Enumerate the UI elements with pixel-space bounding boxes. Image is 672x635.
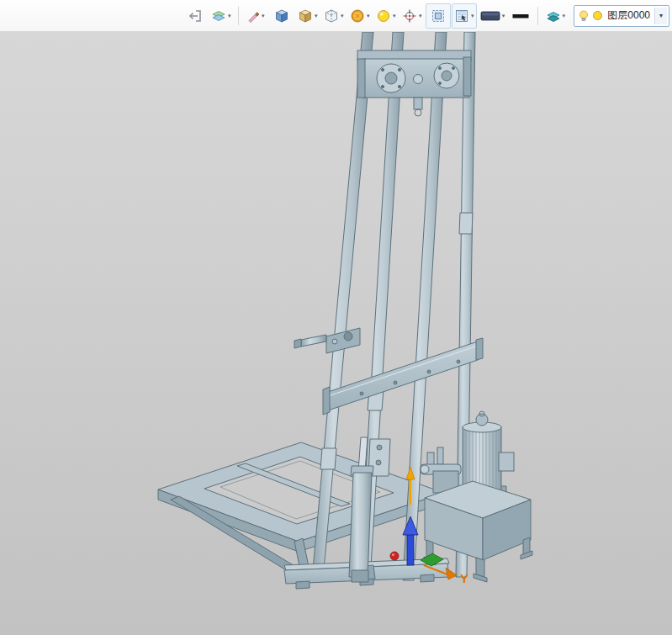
- exit-button[interactable]: [183, 3, 208, 29]
- toolbar-icon-group: ▾ ▾ ▾: [183, 3, 669, 29]
- hook-bracket: [414, 98, 422, 109]
- toolbar-separator: [537, 7, 538, 25]
- exit-icon: [188, 8, 203, 24]
- dropdown-arrow[interactable]: ▾: [314, 13, 318, 19]
- valve-manifold: [421, 447, 461, 493]
- dropdown-arrow[interactable]: ▾: [501, 13, 505, 19]
- yellow-sphere-icon: [376, 8, 391, 24]
- line-width-button[interactable]: [508, 3, 533, 29]
- main-toolbar: ▾ ▾ ▾: [0, 0, 672, 32]
- dropdown-arrow[interactable]: ▾: [366, 13, 370, 19]
- layer-combo[interactable]: 图层0000 ▾: [574, 5, 669, 27]
- faceted-sphere-button[interactable]: ▾: [347, 3, 373, 29]
- wireframe-cube-icon: [324, 8, 339, 24]
- target-point-icon: [402, 8, 417, 24]
- selection-filter-icon: [431, 8, 446, 24]
- motor-junction-box: [499, 452, 514, 471]
- column-coupling: [459, 213, 473, 234]
- wireframe-cube-button[interactable]: ▾: [321, 3, 347, 29]
- selection-filter-button[interactable]: [426, 3, 451, 29]
- dropdown-arrow[interactable]: ▾: [562, 13, 566, 19]
- viewport-canvas[interactable]: Y: [0, 32, 672, 635]
- solid-cube-blue-button[interactable]: [269, 3, 294, 29]
- layer-combo-dropdown-arrow[interactable]: ▾: [654, 8, 667, 24]
- layer-colors-icon: [211, 8, 226, 24]
- toolbar-separator: [238, 7, 239, 25]
- layer-combo-value[interactable]: 图层0000: [606, 8, 652, 23]
- dark-material-button[interactable]: ▾: [478, 3, 508, 29]
- solid-cube-shaded-icon: [298, 8, 313, 24]
- faceted-sphere-icon: [350, 8, 365, 24]
- dropdown-arrow[interactable]: ▾: [340, 13, 344, 19]
- dropdown-arrow[interactable]: ▾: [392, 13, 396, 19]
- dropdown-arrow[interactable]: ▾: [227, 13, 231, 19]
- model-drawing: Y: [0, 32, 672, 635]
- axis-label-y: Y: [460, 571, 468, 585]
- top-pulley-assembly[interactable]: [357, 50, 471, 116]
- yellow-sphere-button[interactable]: ▾: [373, 3, 399, 29]
- dropdown-arrow[interactable]: ▾: [470, 13, 474, 19]
- solid-cube-shaded-button[interactable]: ▾: [295, 3, 320, 29]
- solid-cube-blue-icon: [274, 8, 289, 24]
- dark-material-icon: [480, 9, 500, 23]
- line-width-icon: [511, 9, 530, 23]
- teal-layers-icon: [546, 8, 561, 24]
- brush-button[interactable]: ▾: [243, 3, 268, 29]
- scissor-platform[interactable]: [158, 442, 444, 574]
- dropdown-arrow[interactable]: ▾: [418, 13, 422, 19]
- teal-layers-button[interactable]: ▾: [542, 3, 568, 29]
- layer-color-dot-icon[interactable]: [592, 10, 603, 21]
- target-point-button[interactable]: ▾: [399, 3, 425, 29]
- lightbulb-icon[interactable]: [578, 9, 590, 23]
- clamp-bracket[interactable]: [294, 328, 360, 353]
- axis-origin-red: [390, 552, 399, 560]
- column-coupling: [320, 448, 336, 469]
- selection-filter-alt-button[interactable]: ▾: [452, 3, 477, 29]
- brush-icon: [246, 9, 260, 23]
- layer-colors-button[interactable]: ▾: [209, 3, 234, 29]
- dropdown-arrow[interactable]: ▾: [261, 13, 265, 19]
- selection-filter-alt-icon: [454, 8, 469, 24]
